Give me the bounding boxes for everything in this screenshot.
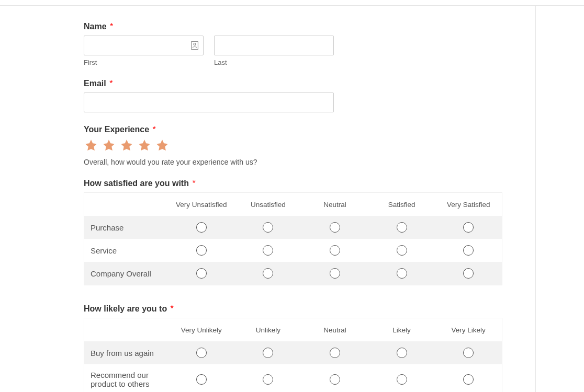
table-row: Buy from us again — [84, 341, 502, 364]
star-icon[interactable] — [155, 139, 170, 153]
radio-option[interactable] — [330, 348, 340, 358]
likely-label: How likely are you to * — [84, 304, 502, 314]
radio-option[interactable] — [263, 348, 273, 358]
likely-table: Very Unlikely Unlikely Neutral Likely Ve… — [84, 318, 502, 392]
table-row: Service — [84, 239, 502, 262]
satisfaction-label: How satisfied are you with * — [84, 179, 502, 188]
first-name-sublabel: First — [84, 59, 204, 66]
last-name-input[interactable] — [214, 36, 334, 55]
star-icon[interactable] — [102, 139, 116, 153]
radio-option[interactable] — [330, 245, 340, 256]
radio-option[interactable] — [196, 374, 207, 385]
table-row: Company Overall — [84, 262, 502, 285]
radio-option[interactable] — [397, 348, 407, 358]
col-header: Very Unlikely — [168, 318, 235, 341]
row-label: Company Overall — [84, 263, 168, 284]
radio-option[interactable] — [463, 222, 474, 233]
table-row: Recommend our product to others — [84, 364, 502, 392]
row-label: Recommend our product to others — [84, 364, 168, 392]
name-label-text: Name — [84, 22, 107, 31]
star-icon[interactable] — [84, 139, 98, 153]
experience-label-text: Your Experience — [84, 125, 149, 134]
satisfaction-header-row: Very Unsatisfied Unsatisfied Neutral Sat… — [84, 193, 502, 216]
likely-label-text: How likely are you to — [84, 304, 167, 313]
last-name-sublabel: Last — [214, 59, 334, 66]
email-label-text: Email — [84, 79, 106, 88]
radio-option[interactable] — [196, 348, 207, 358]
col-header: Very Satisfied — [435, 193, 502, 216]
email-input[interactable] — [84, 93, 334, 112]
satisfaction-label-text: How satisfied are you with — [84, 179, 189, 188]
radio-option[interactable] — [196, 222, 207, 233]
experience-field: Your Experience * Overall, how would you… — [84, 125, 502, 166]
col-header: Neutral — [301, 193, 368, 216]
radio-option[interactable] — [196, 245, 207, 256]
radio-option[interactable] — [397, 268, 407, 279]
satisfaction-field: How satisfied are you with * Very Unsati… — [84, 179, 502, 285]
first-name-input[interactable] — [84, 36, 204, 55]
radio-option[interactable] — [463, 268, 474, 279]
col-header: Very Likely — [435, 318, 502, 341]
col-header: Neutral — [301, 318, 368, 341]
radio-option[interactable] — [330, 268, 340, 279]
col-header: Satisfied — [368, 193, 435, 216]
table-row: Purchase — [84, 216, 502, 239]
radio-option[interactable] — [263, 245, 273, 256]
col-header: Likely — [368, 318, 435, 341]
required-mark: * — [171, 304, 174, 313]
col-header: Very Unsatisfied — [168, 193, 235, 216]
col-header: Unsatisfied — [235, 193, 302, 216]
radio-option[interactable] — [463, 348, 474, 358]
required-mark: * — [110, 22, 113, 31]
star-icon[interactable] — [137, 139, 152, 153]
email-field: Email * — [84, 79, 502, 112]
radio-option[interactable] — [397, 245, 407, 256]
radio-option[interactable] — [463, 374, 474, 385]
radio-option[interactable] — [463, 245, 474, 256]
star-icon[interactable] — [119, 139, 134, 153]
radio-option[interactable] — [263, 268, 273, 279]
row-label: Buy from us again — [84, 342, 168, 364]
col-header: Unlikely — [235, 318, 302, 341]
radio-option[interactable] — [397, 374, 407, 385]
radio-option[interactable] — [330, 374, 340, 385]
radio-option[interactable] — [330, 222, 340, 233]
likely-header-row: Very Unlikely Unlikely Neutral Likely Ve… — [84, 318, 502, 341]
survey-form: Name * First Last — [84, 22, 502, 392]
experience-label: Your Experience * — [84, 125, 502, 134]
row-label: Purchase — [84, 217, 168, 238]
email-label: Email * — [84, 79, 502, 88]
likely-field: How likely are you to * Very Unlikely Un… — [84, 304, 502, 392]
radio-option[interactable] — [196, 268, 207, 279]
experience-hint: Overall, how would you rate your experie… — [84, 158, 502, 166]
required-mark: * — [192, 179, 195, 188]
row-label: Service — [84, 240, 168, 261]
name-field: Name * First Last — [84, 22, 502, 66]
name-label: Name * — [84, 22, 502, 31]
required-mark: * — [153, 125, 156, 134]
required-mark: * — [109, 79, 113, 88]
radio-option[interactable] — [397, 222, 407, 233]
star-rating — [84, 139, 502, 153]
radio-option[interactable] — [263, 222, 273, 233]
satisfaction-table: Very Unsatisfied Unsatisfied Neutral Sat… — [84, 192, 502, 285]
radio-option[interactable] — [263, 374, 273, 385]
